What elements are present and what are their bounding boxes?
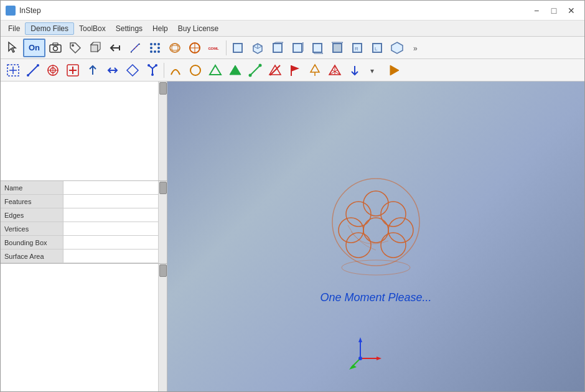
cube-iso-button[interactable] — [387, 39, 407, 57]
svg-point-22 — [157, 50, 160, 53]
prop-value-name[interactable] — [63, 181, 167, 194]
camera-icon — [49, 41, 62, 55]
properties-panel: Name Features Edges Vertices Bounding Bo… — [1, 181, 167, 264]
cube-top-button[interactable] — [268, 39, 288, 57]
more-button[interactable]: » — [407, 39, 427, 57]
maximize-button[interactable]: □ — [546, 4, 562, 17]
segment-red-icon — [268, 63, 282, 77]
prop-value-surface-area[interactable] — [63, 250, 167, 263]
select-all-button[interactable] — [3, 61, 23, 80]
left-panel: Name Features Edges Vertices Bounding Bo… — [1, 82, 167, 391]
arrow-down-button[interactable] — [345, 61, 365, 80]
cube-right-icon: R — [350, 41, 364, 55]
arc-button[interactable] — [166, 61, 185, 80]
segment-icon — [248, 63, 262, 77]
cube-back-icon — [330, 41, 344, 55]
cube-front-icon — [231, 41, 245, 55]
close-button[interactable]: ✕ — [563, 4, 579, 17]
cube-bottom-button[interactable] — [307, 39, 327, 57]
on-toggle-button[interactable]: On — [23, 39, 45, 57]
loading-message: One Moment Please... — [320, 291, 431, 304]
svg-point-17 — [157, 43, 160, 45]
menu-help[interactable]: Help — [147, 23, 173, 34]
cloud-button[interactable] — [165, 39, 185, 57]
tri-group-icon — [308, 63, 322, 77]
cube-left-button[interactable]: L — [367, 39, 387, 57]
axis-svg — [348, 334, 385, 371]
add-cross-icon — [66, 63, 80, 77]
arrow-up-button[interactable] — [83, 61, 103, 80]
bottom-scrollbar[interactable] — [158, 264, 167, 391]
cube-corner-button[interactable] — [248, 39, 268, 57]
triangle-right-button[interactable] — [385, 61, 405, 80]
segment-red-button[interactable] — [265, 61, 285, 80]
viewport[interactable]: One Moment Please... — [167, 82, 584, 391]
triangle-up-button[interactable] — [225, 61, 245, 80]
points-button[interactable] — [145, 39, 165, 57]
scroll-thumb-bottom[interactable] — [159, 264, 167, 277]
prop-value-features[interactable] — [63, 195, 167, 208]
svg-text:L: L — [375, 46, 378, 52]
cursor-tool-button[interactable] — [3, 39, 23, 57]
svg-marker-88 — [291, 65, 299, 72]
measure-icon: + + — [128, 41, 142, 55]
minimize-button[interactable]: − — [528, 4, 545, 17]
prop-row-edges: Edges — [1, 208, 167, 222]
triangle-up-icon — [228, 63, 242, 77]
tag-button[interactable] — [65, 39, 85, 57]
measure-button[interactable]: + + — [125, 39, 145, 57]
prop-value-edges[interactable] — [63, 208, 167, 222]
svg-rect-30 — [233, 44, 242, 52]
svg-point-78 — [151, 73, 154, 76]
scroll-thumb-preview[interactable] — [159, 82, 167, 95]
cube-side-button[interactable] — [288, 39, 307, 57]
svg-point-106 — [381, 233, 406, 258]
svg-marker-72 — [127, 65, 138, 76]
flag-button[interactable] — [285, 61, 305, 80]
properties-scrollbar[interactable] — [158, 181, 167, 263]
svg-point-99 — [363, 191, 388, 216]
fork-icon — [146, 63, 159, 77]
cube-front-button[interactable] — [228, 39, 248, 57]
prop-label-vertices: Vertices — [1, 222, 63, 235]
chevron-down-button[interactable]: ▾ — [365, 61, 385, 80]
preview-scrollbar[interactable] — [158, 82, 167, 180]
segment-button[interactable] — [245, 61, 265, 80]
cube-left-icon: L — [370, 41, 384, 55]
arrow-double-button[interactable] — [103, 61, 123, 80]
circle-button[interactable] — [185, 39, 205, 57]
menu-settings[interactable]: Settings — [111, 23, 147, 34]
svg-point-101 — [381, 202, 406, 226]
fork-button[interactable] — [143, 61, 162, 80]
svg-point-103 — [363, 218, 388, 243]
svg-text:R: R — [355, 46, 358, 52]
cube-back-button[interactable] — [327, 39, 347, 57]
target-button[interactable] — [43, 61, 63, 80]
scroll-thumb-props[interactable] — [159, 182, 167, 194]
circle-icon — [188, 41, 202, 55]
svg-rect-5 — [91, 45, 98, 52]
camera-button[interactable] — [45, 39, 65, 57]
svg-marker-97 — [390, 65, 399, 75]
triangle-green-button[interactable] — [205, 61, 225, 80]
menu-file[interactable]: File — [3, 23, 25, 34]
cube-right-button[interactable]: R — [347, 39, 367, 57]
box3d-button[interactable] — [85, 39, 105, 57]
circle2-button[interactable] — [185, 61, 205, 80]
diamond-button[interactable] — [123, 61, 143, 80]
menu-buy-license[interactable]: Buy License — [173, 23, 223, 34]
prop-value-bounding-box[interactable] — [63, 236, 167, 249]
add-cross-button[interactable] — [63, 61, 83, 80]
tri-group-button[interactable] — [305, 61, 325, 80]
gdml-button[interactable]: GDML — [205, 39, 225, 57]
menu-bar: File Demo Files ToolBox Settings Help Bu… — [1, 21, 584, 37]
svg-point-61 — [27, 74, 29, 77]
tri-split-button[interactable] — [325, 61, 345, 80]
svg-rect-47 — [333, 44, 342, 52]
menu-demo-files[interactable]: Demo Files — [25, 22, 74, 35]
svg-point-104 — [388, 218, 413, 243]
prop-value-vertices[interactable] — [63, 222, 167, 235]
line-button[interactable] — [23, 61, 43, 80]
arrow-button[interactable] — [105, 39, 125, 57]
menu-toolbox[interactable]: ToolBox — [74, 23, 111, 34]
